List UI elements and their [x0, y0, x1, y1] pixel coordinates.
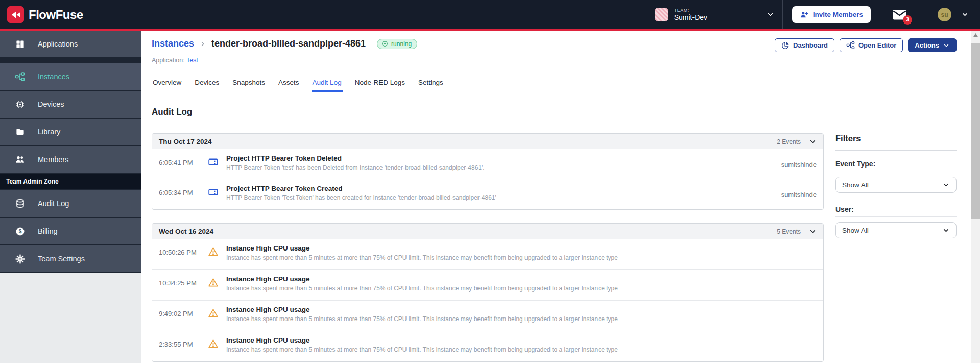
event-time: 2:33:55 PM	[159, 336, 204, 348]
top-navbar: FlowFuse TEAM: Sumit-Dev Invite Me	[0, 0, 980, 31]
sidebar-item-instances[interactable]: Instances	[0, 63, 141, 90]
audit-event-row: 2:33:55 PM Instance High CPU usage Insta…	[152, 331, 823, 361]
sidebar-item-label: Billing	[38, 227, 58, 235]
folder-icon	[14, 127, 26, 137]
pie-chart-icon	[781, 41, 790, 50]
dollar-circle-icon: $	[14, 226, 26, 236]
event-title: Instance High CPU usage	[226, 275, 817, 283]
sidebar-item-applications[interactable]: Applications	[0, 31, 141, 57]
audit-event-row: 9:49:02 PM Instance High CPU usage Insta…	[152, 300, 823, 331]
chevron-down-icon	[767, 11, 774, 18]
breadcrumb: Instances tender-broad-billed-sandpiper-…	[152, 38, 417, 49]
scroll-up-icon[interactable]	[971, 31, 980, 39]
warning-icon	[208, 275, 219, 288]
notification-count-badge: 3	[903, 15, 912, 25]
open-editor-button[interactable]: Open Editor	[840, 38, 903, 52]
status-badge: running	[377, 39, 417, 49]
event-description: HTTP Bearer Token 'Test Token' has been …	[226, 194, 781, 201]
tab-snapshots[interactable]: Snapshots	[231, 76, 266, 92]
status-badge-label: running	[391, 40, 412, 48]
tab-overview[interactable]: Overview	[152, 76, 182, 92]
sidebar-item-label: Instances	[38, 73, 69, 81]
warning-icon	[208, 306, 219, 319]
flowfuse-logo-icon	[7, 6, 24, 23]
token-event-icon	[208, 185, 219, 197]
sidebar-item-label: Team Settings	[38, 255, 85, 263]
scrollbar-thumb[interactable]	[971, 43, 980, 219]
user-avatar: su	[938, 8, 951, 21]
sidebar-item-audit-log[interactable]: Audit Log	[0, 190, 141, 217]
sidebar: Applications Instances De	[0, 31, 141, 363]
sidebar-item-label: Applications	[38, 40, 78, 48]
tab-audit-log[interactable]: Audit Log	[312, 76, 343, 92]
chevron-down-icon[interactable]	[809, 138, 817, 145]
database-icon	[14, 199, 26, 209]
dashboard-button[interactable]: Dashboard	[775, 38, 834, 52]
event-user: sumitshinde	[781, 154, 817, 168]
open-editor-button-label: Open Editor	[858, 41, 896, 49]
event-title: Instance High CPU usage	[226, 244, 817, 252]
breadcrumb-instances-link[interactable]: Instances	[152, 38, 194, 49]
audit-event-row: 10:34:25 PM Instance High CPU usage Inst…	[152, 269, 823, 300]
invite-members-button[interactable]: Invite Members	[792, 6, 871, 23]
event-time: 6:05:41 PM	[159, 154, 204, 166]
event-title: Instance High CPU usage	[226, 336, 817, 344]
invite-members-label: Invite Members	[813, 11, 863, 18]
application-link[interactable]: Test	[186, 57, 198, 64]
chevron-down-icon[interactable]	[809, 228, 817, 235]
sidebar-item-devices[interactable]: Devices	[0, 91, 141, 118]
page-title: tender-broad-billed-sandpiper-4861	[211, 38, 366, 49]
warning-icon	[208, 336, 219, 349]
event-time: 10:50:26 PM	[159, 244, 204, 256]
main-content: Instances tender-broad-billed-sandpiper-…	[141, 31, 980, 363]
team-label: TEAM:	[674, 8, 707, 13]
tab-devices[interactable]: Devices	[194, 76, 220, 92]
instance-tabs: Overview Devices Snapshots Assets Audit …	[152, 76, 957, 92]
application-line: Application: Test	[152, 57, 957, 64]
svg-text:$: $	[18, 229, 21, 234]
tab-assets[interactable]: Assets	[277, 76, 300, 92]
instances-icon	[14, 72, 26, 82]
vertical-scrollbar[interactable]	[971, 31, 980, 363]
chevron-down-icon	[942, 181, 950, 189]
event-time: 6:05:34 PM	[159, 185, 204, 196]
user-select[interactable]: Show All	[835, 222, 957, 238]
applications-icon	[14, 39, 26, 49]
event-type-label: Event Type:	[835, 160, 957, 171]
sidebar-item-billing[interactable]: $ Billing	[0, 218, 141, 244]
event-type-select[interactable]: Show All	[835, 177, 957, 193]
notifications-button[interactable]: 3	[880, 0, 919, 29]
node-editor-icon	[846, 41, 855, 50]
date-group-header[interactable]: Thu Oct 17 2024 2 Events	[152, 134, 823, 149]
audit-date-group: Wed Oct 16 2024 5 Events 10:50:26 PM	[152, 223, 824, 362]
chevron-down-icon	[961, 11, 969, 18]
event-user: sumitshinde	[781, 185, 817, 198]
warning-icon	[208, 244, 219, 257]
team-selector[interactable]: TEAM: Sumit-Dev	[641, 0, 782, 29]
tab-node-red-logs[interactable]: Node-RED Logs	[354, 76, 406, 92]
sidebar-item-library[interactable]: Library	[0, 119, 141, 145]
event-title: Project HTTP Bearer Token Deleted	[226, 154, 781, 162]
event-description: Instance has spent more than 5 minutes a…	[226, 254, 817, 261]
brand[interactable]: FlowFuse	[7, 6, 83, 23]
actions-button[interactable]: Actions	[908, 38, 957, 52]
tab-settings[interactable]: Settings	[417, 76, 444, 92]
team-avatar	[655, 8, 668, 21]
event-title: Project HTTP Bearer Token Created	[226, 185, 781, 192]
application-label: Application:	[152, 57, 185, 64]
chip-icon	[14, 100, 26, 109]
user-filter-value: Show All	[842, 226, 869, 234]
event-time: 10:34:25 PM	[159, 275, 204, 287]
event-type-value: Show All	[842, 181, 869, 189]
sidebar-item-team-settings[interactable]: Team Settings	[0, 245, 141, 272]
navbar-divider	[782, 0, 783, 29]
chevron-down-icon	[943, 42, 950, 49]
sidebar-item-label: Members	[38, 155, 68, 164]
event-count: 2 Events	[777, 138, 801, 145]
event-count: 5 Events	[777, 228, 801, 235]
date-group-header[interactable]: Wed Oct 16 2024 5 Events	[152, 224, 823, 239]
sidebar-item-members[interactable]: Members	[0, 146, 141, 173]
user-menu[interactable]: su	[919, 8, 974, 21]
date-group-label: Wed Oct 16 2024	[159, 228, 213, 235]
event-description: Instance has spent more than 5 minutes a…	[226, 285, 817, 292]
